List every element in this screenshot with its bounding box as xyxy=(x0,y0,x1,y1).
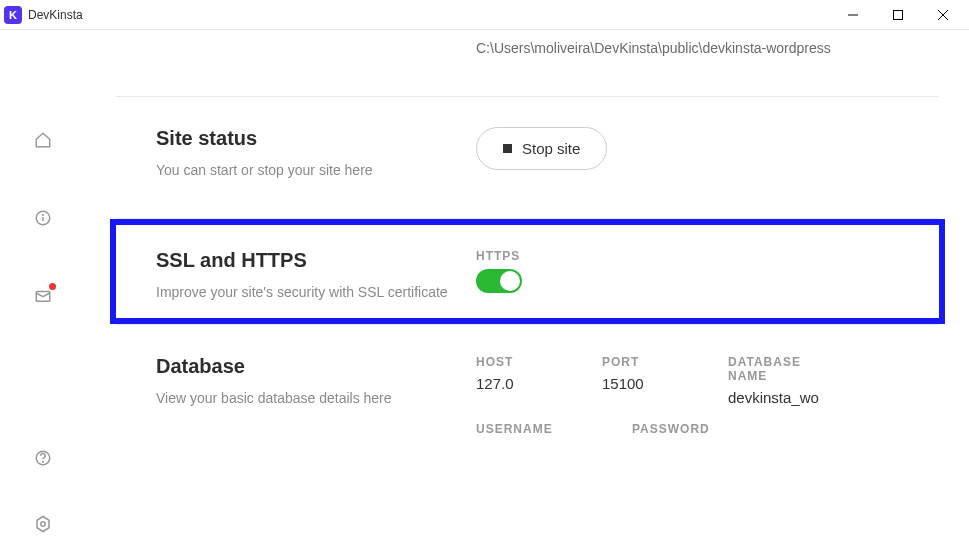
ssl-subtitle: Improve your site's security with SSL ce… xyxy=(156,284,476,300)
database-title: Database xyxy=(156,355,476,378)
db-host-value: 127.0 xyxy=(476,375,546,392)
https-label: HTTPS xyxy=(476,249,522,263)
https-toggle[interactable] xyxy=(476,269,522,293)
maximize-button[interactable] xyxy=(875,0,920,29)
svg-point-11 xyxy=(41,522,46,527)
ssl-highlight: SSL and HTTPS Improve your site's securi… xyxy=(110,219,945,324)
window-titlebar: K DevKinsta xyxy=(0,0,969,30)
app-icon-letter: K xyxy=(9,9,17,21)
toggle-knob xyxy=(500,271,520,291)
minimize-button[interactable] xyxy=(830,0,875,29)
window-title: DevKinsta xyxy=(28,8,830,22)
stop-icon xyxy=(503,144,512,153)
stop-site-button[interactable]: Stop site xyxy=(476,127,607,170)
db-password-label: PASSWORD xyxy=(632,422,732,436)
mail-icon[interactable] xyxy=(33,286,53,306)
db-name-label: DATABASE NAME xyxy=(728,355,838,383)
close-button[interactable] xyxy=(920,0,965,29)
site-status-subtitle: You can start or stop your site here xyxy=(156,162,476,178)
stop-site-label: Stop site xyxy=(522,140,580,157)
home-icon[interactable] xyxy=(33,130,53,150)
info-icon[interactable] xyxy=(33,208,53,228)
db-name-value: devkinsta_wo xyxy=(728,389,838,406)
db-port-label: PORT xyxy=(602,355,672,369)
notification-dot xyxy=(49,283,56,290)
ssl-title: SSL and HTTPS xyxy=(156,249,476,272)
db-port-value: 15100 xyxy=(602,375,672,392)
database-subtitle: View your basic database details here xyxy=(156,390,476,406)
site-path: C:\Users\moliveira\DevKinsta\public\devk… xyxy=(116,30,939,96)
settings-icon[interactable] xyxy=(33,514,53,534)
svg-point-9 xyxy=(43,461,44,462)
app-icon: K xyxy=(4,6,22,24)
site-status-title: Site status xyxy=(156,127,476,150)
db-username-label: USERNAME xyxy=(476,422,576,436)
help-icon[interactable] xyxy=(33,448,53,468)
svg-rect-1 xyxy=(893,10,902,19)
site-status-section: Site status You can start or stop your s… xyxy=(116,96,939,208)
svg-marker-10 xyxy=(37,517,49,532)
db-host-label: HOST xyxy=(476,355,546,369)
database-section: Database View your basic database detail… xyxy=(116,324,939,416)
svg-point-6 xyxy=(43,215,44,216)
